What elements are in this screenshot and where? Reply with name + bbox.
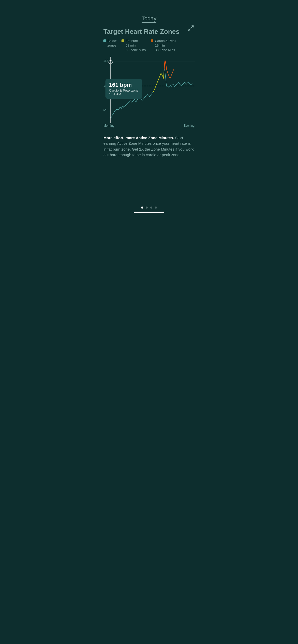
pagination-dot-1[interactable] <box>141 207 143 209</box>
pagination-dot-2[interactable] <box>146 207 148 209</box>
pagination-dot-4[interactable] <box>155 207 157 209</box>
legend-dot-fatburn <box>121 39 124 42</box>
info-section: More effort, more Active Zone Minutes. S… <box>103 135 195 158</box>
svg-text:162: 162 <box>103 59 108 62</box>
legend-fat-burn: Fat burn58 min58 Zone Mins <box>121 39 146 53</box>
chart-area[interactable]: 162 108 54 1 <box>103 57 195 123</box>
chart-x-labels: Morning Evening <box>103 124 195 127</box>
chart-legend: Belowzones Fat burn58 min58 Zone Mins Ca… <box>103 39 195 53</box>
header: Today <box>99 0 199 25</box>
legend-dot-below <box>103 39 106 42</box>
legend-label-cardio: Cardio & Peak19 min38 Zone Mins <box>155 39 176 53</box>
home-bar <box>134 212 164 213</box>
x-label-morning: Morning <box>103 124 114 127</box>
home-indicator <box>99 212 199 215</box>
legend-below-zones: Belowzones <box>103 39 116 53</box>
tooltip-zone: Cardio & Peak zone <box>109 89 139 92</box>
pagination <box>99 201 199 212</box>
svg-line-1 <box>188 29 190 31</box>
svg-text:54: 54 <box>103 108 106 111</box>
tooltip-time: 1:31 AM <box>109 92 139 96</box>
pagination-dot-3[interactable] <box>150 207 152 209</box>
page-container: Today Target Heart Rate Zones Belowzones… <box>99 0 199 215</box>
x-label-evening: Evening <box>184 124 195 127</box>
page-title: Today <box>142 15 157 23</box>
legend-dot-cardio <box>151 39 153 42</box>
legend-label-fatburn: Fat burn58 min58 Zone Mins <box>126 39 146 53</box>
legend-label-below: Belowzones <box>107 39 116 48</box>
tooltip-bpm: 161 bpm <box>109 82 139 88</box>
expand-icon[interactable] <box>188 25 194 32</box>
svg-line-0 <box>191 26 193 28</box>
chart-tooltip: 161 bpm Cardio & Peak zone 1:31 AM <box>105 79 142 99</box>
chart-title: Target Heart Rate Zones <box>103 28 195 36</box>
heart-rate-card: Target Heart Rate Zones Belowzones Fat b… <box>103 28 195 127</box>
info-bold: More effort, more Active Zone Minutes. <box>103 136 174 140</box>
legend-cardio-peak: Cardio & Peak19 min38 Zone Mins <box>151 39 176 53</box>
